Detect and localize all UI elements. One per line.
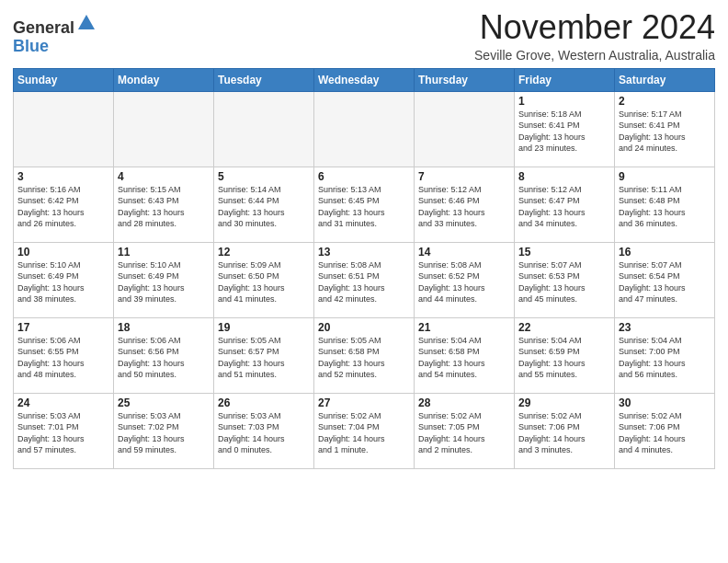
calendar-week-row: 10Sunrise: 5:10 AMSunset: 6:49 PMDayligh… <box>14 242 715 317</box>
table-row: 15Sunrise: 5:07 AMSunset: 6:53 PMDayligh… <box>515 242 615 317</box>
month-title: November 2024 <box>474 9 715 46</box>
table-row: 8Sunrise: 5:12 AMSunset: 6:47 PMDaylight… <box>515 167 615 242</box>
day-number: 30 <box>619 396 711 409</box>
day-number: 23 <box>619 321 711 334</box>
day-info: Sunrise: 5:18 AMSunset: 6:41 PMDaylight:… <box>518 109 610 155</box>
day-info: Sunrise: 5:11 AMSunset: 6:48 PMDaylight:… <box>619 184 711 230</box>
table-row: 4Sunrise: 5:15 AMSunset: 6:43 PMDaylight… <box>114 167 214 242</box>
table-row: 28Sunrise: 5:02 AMSunset: 7:05 PMDayligh… <box>415 393 515 468</box>
day-number: 4 <box>118 170 210 183</box>
calendar-week-row: 24Sunrise: 5:03 AMSunset: 7:01 PMDayligh… <box>14 393 715 468</box>
calendar-week-row: 1Sunrise: 5:18 AMSunset: 6:41 PMDaylight… <box>14 91 715 167</box>
day-number: 10 <box>17 246 109 259</box>
day-info: Sunrise: 5:02 AMSunset: 7:06 PMDaylight:… <box>518 410 610 456</box>
day-info: Sunrise: 5:08 AMSunset: 6:52 PMDaylight:… <box>418 259 510 305</box>
day-info: Sunrise: 5:02 AMSunset: 7:04 PMDaylight:… <box>318 410 410 456</box>
title-area: November 2024 Seville Grove, Western Aus… <box>474 9 715 63</box>
day-info: Sunrise: 5:12 AMSunset: 6:47 PMDaylight:… <box>518 184 610 230</box>
table-row: 19Sunrise: 5:05 AMSunset: 6:57 PMDayligh… <box>214 317 314 393</box>
day-number: 12 <box>218 246 310 259</box>
col-thursday: Thursday <box>415 68 515 91</box>
day-number: 22 <box>518 321 610 334</box>
day-number: 19 <box>218 321 310 334</box>
day-number: 17 <box>17 321 109 334</box>
table-row <box>314 91 415 167</box>
day-info: Sunrise: 5:03 AMSunset: 7:02 PMDaylight:… <box>118 410 210 456</box>
day-info: Sunrise: 5:04 AMSunset: 6:58 PMDaylight:… <box>418 335 510 381</box>
day-number: 18 <box>118 321 210 334</box>
table-row: 7Sunrise: 5:12 AMSunset: 6:46 PMDaylight… <box>415 167 515 242</box>
day-number: 11 <box>118 246 210 259</box>
table-row: 23Sunrise: 5:04 AMSunset: 7:00 PMDayligh… <box>615 317 715 393</box>
day-number: 20 <box>318 321 410 334</box>
day-number: 15 <box>518 246 610 259</box>
col-wednesday: Wednesday <box>314 68 415 91</box>
table-row: 20Sunrise: 5:05 AMSunset: 6:58 PMDayligh… <box>314 317 415 393</box>
day-number: 24 <box>17 396 109 409</box>
calendar-week-row: 17Sunrise: 5:06 AMSunset: 6:55 PMDayligh… <box>14 317 715 393</box>
day-number: 3 <box>17 170 109 183</box>
table-row: 1Sunrise: 5:18 AMSunset: 6:41 PMDaylight… <box>515 91 615 167</box>
day-info: Sunrise: 5:07 AMSunset: 6:54 PMDaylight:… <box>619 259 711 305</box>
logo-blue: Blue <box>13 37 49 55</box>
day-info: Sunrise: 5:10 AMSunset: 6:49 PMDaylight:… <box>118 259 210 305</box>
day-info: Sunrise: 5:04 AMSunset: 6:59 PMDaylight:… <box>518 335 610 381</box>
col-monday: Monday <box>114 68 214 91</box>
table-row: 10Sunrise: 5:10 AMSunset: 6:49 PMDayligh… <box>14 242 114 317</box>
day-info: Sunrise: 5:16 AMSunset: 6:42 PMDaylight:… <box>17 184 109 230</box>
table-row: 25Sunrise: 5:03 AMSunset: 7:02 PMDayligh… <box>114 393 214 468</box>
day-number: 6 <box>318 170 410 183</box>
table-row: 12Sunrise: 5:09 AMSunset: 6:50 PMDayligh… <box>214 242 314 317</box>
day-number: 27 <box>318 396 410 409</box>
day-number: 9 <box>619 170 711 183</box>
table-row: 5Sunrise: 5:14 AMSunset: 6:44 PMDaylight… <box>214 167 314 242</box>
table-row <box>14 91 114 167</box>
calendar-page: General Blue November 2024 Seville Grove… <box>0 0 728 563</box>
col-sunday: Sunday <box>14 68 114 91</box>
table-row <box>415 91 515 167</box>
table-row: 11Sunrise: 5:10 AMSunset: 6:49 PMDayligh… <box>114 242 214 317</box>
table-row: 24Sunrise: 5:03 AMSunset: 7:01 PMDayligh… <box>14 393 114 468</box>
day-info: Sunrise: 5:08 AMSunset: 6:51 PMDaylight:… <box>318 259 410 305</box>
table-row: 18Sunrise: 5:06 AMSunset: 6:56 PMDayligh… <box>114 317 214 393</box>
day-info: Sunrise: 5:06 AMSunset: 6:55 PMDaylight:… <box>17 335 109 381</box>
day-info: Sunrise: 5:02 AMSunset: 7:05 PMDaylight:… <box>418 410 510 456</box>
calendar-table: Sunday Monday Tuesday Wednesday Thursday… <box>13 68 715 469</box>
col-saturday: Saturday <box>615 68 715 91</box>
table-row: 16Sunrise: 5:07 AMSunset: 6:54 PMDayligh… <box>615 242 715 317</box>
table-row <box>214 91 314 167</box>
day-info: Sunrise: 5:04 AMSunset: 7:00 PMDaylight:… <box>619 335 711 381</box>
day-number: 7 <box>418 170 510 183</box>
day-info: Sunrise: 5:14 AMSunset: 6:44 PMDaylight:… <box>218 184 310 230</box>
day-info: Sunrise: 5:17 AMSunset: 6:41 PMDaylight:… <box>619 109 711 155</box>
day-number: 13 <box>318 246 410 259</box>
svg-marker-0 <box>78 15 95 29</box>
day-number: 25 <box>118 396 210 409</box>
page-header: General Blue November 2024 Seville Grove… <box>13 9 715 63</box>
day-info: Sunrise: 5:09 AMSunset: 6:50 PMDaylight:… <box>218 259 310 305</box>
day-number: 1 <box>518 95 610 108</box>
table-row <box>114 91 214 167</box>
day-number: 14 <box>418 246 510 259</box>
day-number: 5 <box>218 170 310 183</box>
table-row: 13Sunrise: 5:08 AMSunset: 6:51 PMDayligh… <box>314 242 415 317</box>
day-info: Sunrise: 5:13 AMSunset: 6:45 PMDaylight:… <box>318 184 410 230</box>
day-number: 29 <box>518 396 610 409</box>
day-info: Sunrise: 5:05 AMSunset: 6:57 PMDaylight:… <box>218 335 310 381</box>
day-number: 16 <box>619 246 711 259</box>
logo: General Blue <box>13 13 97 56</box>
table-row: 21Sunrise: 5:04 AMSunset: 6:58 PMDayligh… <box>415 317 515 393</box>
calendar-week-row: 3Sunrise: 5:16 AMSunset: 6:42 PMDaylight… <box>14 167 715 242</box>
day-info: Sunrise: 5:15 AMSunset: 6:43 PMDaylight:… <box>118 184 210 230</box>
day-number: 2 <box>619 95 711 108</box>
table-row: 22Sunrise: 5:04 AMSunset: 6:59 PMDayligh… <box>515 317 615 393</box>
location: Seville Grove, Western Australia, Austra… <box>474 48 715 63</box>
table-row: 29Sunrise: 5:02 AMSunset: 7:06 PMDayligh… <box>515 393 615 468</box>
logo-general: General <box>13 18 74 37</box>
day-number: 21 <box>418 321 510 334</box>
day-info: Sunrise: 5:05 AMSunset: 6:58 PMDaylight:… <box>318 335 410 381</box>
table-row: 9Sunrise: 5:11 AMSunset: 6:48 PMDaylight… <box>615 167 715 242</box>
table-row: 30Sunrise: 5:02 AMSunset: 7:06 PMDayligh… <box>615 393 715 468</box>
table-row: 27Sunrise: 5:02 AMSunset: 7:04 PMDayligh… <box>314 393 415 468</box>
day-info: Sunrise: 5:03 AMSunset: 7:03 PMDaylight:… <box>218 410 310 456</box>
